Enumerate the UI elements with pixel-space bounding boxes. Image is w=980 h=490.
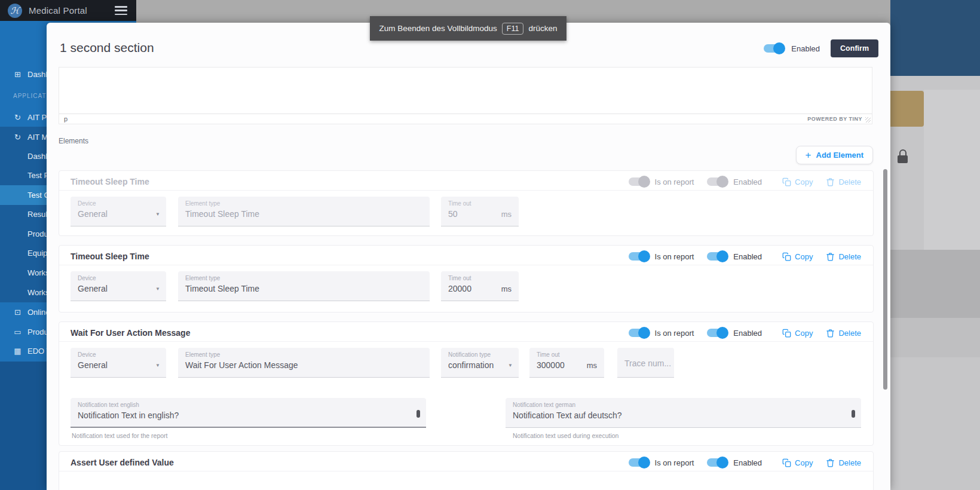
- copy-icon: [782, 329, 791, 338]
- element-type-field[interactable]: Element type Timeout Sleep Time: [178, 197, 430, 226]
- timeout-field[interactable]: Time out 300000 ms: [529, 348, 604, 378]
- rich-text-editor[interactable]: p POWERED BY TINY: [59, 67, 872, 124]
- notification-text-english-field[interactable]: Notification text english Notification T…: [71, 398, 426, 428]
- is-on-report-toggle[interactable]: [629, 329, 649, 337]
- elements-label: Elements: [59, 137, 88, 145]
- background-gray-band-2: [890, 318, 980, 357]
- element-type-field[interactable]: Element type Wait For User Action Messag…: [178, 348, 430, 378]
- section-modal: 1 second section Enabled Confirm p POWER…: [47, 23, 890, 490]
- copy-button[interactable]: Copy: [782, 329, 813, 338]
- background-gray-band: [890, 250, 980, 318]
- editor-resize-handle[interactable]: [865, 117, 871, 122]
- element-card-timeout-sleep: Timeout Sleep Time Is on report Enabled …: [59, 245, 874, 313]
- chevron-down-icon: ▼: [155, 363, 160, 368]
- enabled-toggle[interactable]: [707, 252, 727, 261]
- app-logo: ℋ: [8, 4, 22, 18]
- grid-icon: ▦: [13, 347, 22, 356]
- sync-icon: ↻: [13, 113, 22, 122]
- trace-number-field[interactable]: Trace num...: [617, 348, 674, 378]
- enabled-toggle[interactable]: [707, 177, 727, 186]
- delete-button[interactable]: Delete: [826, 252, 861, 261]
- card-title: Timeout Sleep Time: [71, 177, 629, 186]
- english-helper-text: Notification text used for the report: [72, 432, 168, 439]
- trash-icon: [826, 329, 835, 338]
- editor-branding: POWERED BY TINY: [807, 116, 862, 122]
- plus-icon: +: [806, 150, 811, 160]
- german-helper-text: Notification text used during execution: [513, 432, 618, 439]
- enabled-toggle[interactable]: [707, 458, 727, 467]
- device-select[interactable]: Device General ▼: [71, 348, 166, 378]
- card-title: Wait For User Action Message: [71, 328, 629, 338]
- card-title: Assert User defined Value: [71, 458, 629, 467]
- section-enabled-toggle[interactable]: [764, 44, 784, 53]
- is-on-report-toggle[interactable]: [629, 177, 649, 186]
- chevron-down-icon: ▼: [155, 286, 160, 292]
- chevron-down-icon: ▼: [155, 212, 160, 217]
- delete-button[interactable]: Delete: [826, 177, 861, 186]
- f11-key-badge: F11: [502, 23, 524, 35]
- text-cursor-marker-icon: [416, 410, 420, 418]
- element-card-timeout-sleep-disabled: Timeout Sleep Time Is on report Enabled …: [59, 170, 874, 236]
- app-title: Medical Portal: [29, 5, 87, 16]
- confirm-button[interactable]: Confirm: [831, 39, 878, 57]
- enabled-toggle[interactable]: [707, 329, 727, 337]
- copy-icon: [782, 252, 791, 261]
- trash-icon: [826, 252, 835, 261]
- timeout-field[interactable]: Time out 50 ms: [441, 197, 519, 226]
- chevron-down-icon: ▼: [508, 363, 513, 368]
- delete-button[interactable]: Delete: [826, 458, 861, 467]
- card-title: Timeout Sleep Time: [71, 252, 629, 261]
- lock-icon: [898, 149, 908, 165]
- modal-scrollbar-thumb[interactable]: [883, 169, 887, 390]
- section-enabled-label: Enabled: [791, 44, 820, 53]
- app-header: ℋ Medical Portal: [0, 0, 136, 21]
- trash-icon: [826, 177, 835, 186]
- device-select[interactable]: Device General ▼: [71, 271, 166, 301]
- copy-icon: [782, 177, 791, 186]
- element-type-field[interactable]: Element type Timeout Sleep Time: [178, 271, 430, 301]
- device-select[interactable]: Device General ▼: [71, 197, 166, 226]
- copy-icon: [782, 458, 791, 467]
- copy-button[interactable]: Copy: [782, 177, 813, 186]
- element-card-wait-user-action: Wait For User Action Message Is on repor…: [59, 321, 874, 446]
- is-on-report-toggle[interactable]: [629, 458, 649, 467]
- trash-icon: [826, 458, 835, 467]
- add-element-button[interactable]: + Add Element: [796, 146, 873, 164]
- background-banner: [890, 0, 980, 76]
- delete-button[interactable]: Delete: [826, 329, 861, 338]
- fullscreen-exit-toast: Zum Beenden des Vollbildmodus F11 drücke…: [370, 16, 566, 41]
- hamburger-menu-icon[interactable]: [115, 6, 127, 15]
- text-cursor-marker-icon: [852, 410, 855, 418]
- notification-type-select[interactable]: Notification type confirmation ▼: [441, 348, 519, 378]
- is-on-report-toggle[interactable]: [629, 252, 649, 261]
- editor-element-path: p: [64, 115, 68, 122]
- monitor-icon: ⊡: [13, 308, 22, 317]
- tag-icon: ▭: [13, 327, 22, 336]
- sync-icon: ↻: [13, 133, 22, 142]
- copy-button[interactable]: Copy: [782, 252, 813, 261]
- notification-text-german-field[interactable]: Notification text german Notification Te…: [506, 398, 861, 428]
- dashboard-icon: ⊞: [13, 70, 22, 79]
- page-title: 1 second section: [60, 41, 154, 55]
- background-tan-card: [890, 91, 924, 127]
- copy-button[interactable]: Copy: [782, 458, 813, 467]
- timeout-field[interactable]: Time out 20000 ms: [441, 271, 519, 301]
- background-panel: [924, 90, 980, 251]
- dimmed-backdrop-right: [890, 0, 980, 490]
- screen: ℋ Medical Portal ⊞ Dashb APPLICATIONS ↻ …: [0, 0, 980, 490]
- element-card-assert-user-value: Assert User defined Value Is on report E…: [59, 451, 874, 490]
- editor-status-bar: p POWERED BY TINY: [59, 114, 872, 124]
